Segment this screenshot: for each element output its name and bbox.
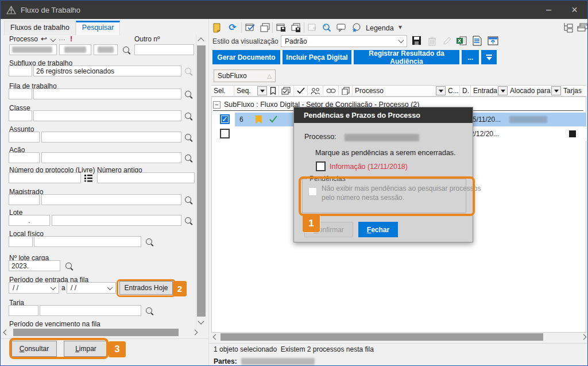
acao-code-input[interactable] (9, 152, 40, 163)
column-entrada[interactable]: Entrada (471, 86, 498, 96)
column-bookmark-icon[interactable] (267, 86, 279, 96)
column-alocado[interactable]: Alocado para ... (508, 86, 551, 96)
form-horizontal-scrollbar[interactable] (2, 328, 199, 337)
magistrado-search-icon[interactable] (184, 196, 194, 205)
tarja-search-icon[interactable] (145, 307, 154, 316)
collapse-icon[interactable]: − (213, 101, 220, 109)
periodo-entrada-to-select[interactable]: / / (67, 282, 116, 294)
scroll-up-icon[interactable] (198, 37, 204, 44)
legenda-button[interactable]: Legenda (366, 24, 394, 32)
tarja-code-input[interactable] (9, 305, 38, 316)
save-style-icon[interactable] (411, 35, 423, 47)
gerar-documento-button[interactable]: Gerar Documento (212, 50, 280, 64)
copy-window-icon[interactable] (259, 22, 270, 33)
magistrado-input[interactable] (41, 194, 181, 205)
fechar-button[interactable]: Fechar (358, 222, 398, 237)
column-c[interactable]: C... (446, 86, 460, 96)
undo-icon[interactable]: ↩ (41, 34, 47, 43)
protocolo-input[interactable] (9, 172, 81, 183)
numero-antigo-input[interactable] (97, 172, 195, 183)
local-code-input[interactable] (9, 236, 33, 247)
select-window-icon[interactable] (244, 22, 256, 33)
tarja-input[interactable] (40, 305, 141, 316)
limpar-button[interactable]: Limpar (64, 341, 108, 357)
search-detail-icon[interactable] (320, 22, 332, 33)
seq-filter-button[interactable] (257, 86, 267, 95)
column-people-icon[interactable] (308, 86, 323, 96)
edit-style-icon[interactable] (441, 35, 452, 47)
flow-tree-icon[interactable] (562, 21, 574, 33)
forward-window-icon[interactable] (307, 22, 318, 33)
row-checkbox[interactable]: ✓ (220, 114, 230, 124)
legenda-caret-icon[interactable]: ▾ (399, 23, 402, 31)
subfluxo-code-input[interactable] (9, 66, 32, 76)
magistrado-code-input[interactable] (9, 194, 40, 205)
assunto-code-input[interactable] (9, 132, 40, 142)
chevron-down-icon[interactable] (51, 36, 56, 42)
local-search-icon[interactable] (145, 238, 154, 247)
tab-pesquisar[interactable]: Pesquisar (76, 21, 121, 35)
note-icon[interactable] (212, 22, 223, 33)
more-options-icon[interactable]: … (59, 34, 65, 42)
subfluxo-search-icon[interactable] (184, 67, 194, 76)
assunto-input[interactable] (41, 132, 181, 142)
lote-carga-search-icon[interactable] (65, 262, 74, 271)
close-button[interactable]: × (562, 1, 587, 19)
scroll-right-icon[interactable] (192, 330, 198, 336)
processo-search-icon[interactable] (122, 46, 131, 55)
lote-code-input[interactable] (9, 215, 50, 226)
protocolo-list-icon[interactable] (84, 174, 93, 184)
entrados-hoje-button[interactable]: Entrados Hoje (119, 281, 173, 295)
registrar-resultado-button[interactable]: Registrar Resultado da Audiência (354, 50, 459, 64)
lote-carga-input[interactable] (9, 260, 60, 271)
tab-fluxos-de-trabalho[interactable]: Fluxos de trabalho (4, 21, 76, 35)
pendencia-checkbox[interactable] (316, 161, 326, 171)
panel-layout-icon[interactable] (487, 35, 498, 47)
export-excel-icon[interactable]: X (456, 35, 467, 47)
estilo-select[interactable]: Padrão (281, 35, 407, 47)
form-vertical-scrollbar[interactable] (196, 35, 206, 327)
local-input[interactable] (34, 236, 141, 247)
column-tarjas[interactable]: Tarjas (561, 86, 586, 96)
save-all-icon[interactable] (290, 22, 301, 33)
classe-code-input[interactable] (9, 110, 32, 121)
periodo-entrada-from-select[interactable]: / / (9, 282, 59, 294)
lote-search-icon[interactable] (184, 217, 194, 226)
scroll-left-icon[interactable] (3, 330, 9, 336)
processo-filter-button[interactable] (436, 86, 446, 95)
cascade-windows-icon[interactable] (577, 21, 588, 33)
classe-input[interactable] (33, 110, 181, 121)
row-checkbox[interactable] (220, 129, 230, 138)
column-pages-icon[interactable] (339, 86, 353, 96)
scroll-down-icon[interactable] (198, 318, 204, 324)
column-link-icon[interactable] (323, 86, 339, 96)
column-d[interactable]: D. (460, 86, 471, 96)
incluir-peca-digital-button[interactable]: Incluir Peça Digital (283, 50, 351, 64)
expand-actions-button[interactable] (481, 50, 497, 64)
scrollbar-thumb[interactable] (13, 329, 179, 336)
grid-horizontal-scrollbar[interactable] (211, 333, 588, 341)
column-seq[interactable]: Seq. (234, 86, 257, 96)
assunto-search-icon[interactable] (184, 133, 194, 142)
entrada-filter-button[interactable] (498, 86, 508, 95)
scroll-left-icon[interactable] (213, 334, 219, 340)
consultar-button[interactable]: Consultar (11, 341, 57, 357)
column-processo[interactable]: Processo (353, 86, 436, 96)
report-icon[interactable] (471, 35, 483, 47)
nao-exibir-checkbox[interactable] (308, 187, 317, 196)
acao-input[interactable] (41, 152, 181, 163)
alocado-filter-button[interactable] (551, 86, 561, 95)
minimize-button[interactable]: – (536, 1, 562, 19)
favorite-user-icon[interactable] (350, 22, 362, 33)
processo-part3-input[interactable] (94, 44, 118, 55)
fila-input[interactable] (33, 88, 181, 99)
scrollbar-thumb[interactable] (197, 45, 206, 317)
column-sel[interactable]: Sel. (211, 86, 234, 96)
more-actions-button[interactable]: ... (462, 50, 479, 64)
column-copy-check-icon[interactable] (279, 86, 294, 96)
delete-style-icon[interactable] (426, 35, 438, 47)
processo-part2-input[interactable] (59, 44, 91, 55)
column-check-icon[interactable] (294, 86, 308, 96)
outro-numero-input[interactable] (134, 44, 194, 55)
classe-search-icon[interactable] (184, 112, 194, 121)
